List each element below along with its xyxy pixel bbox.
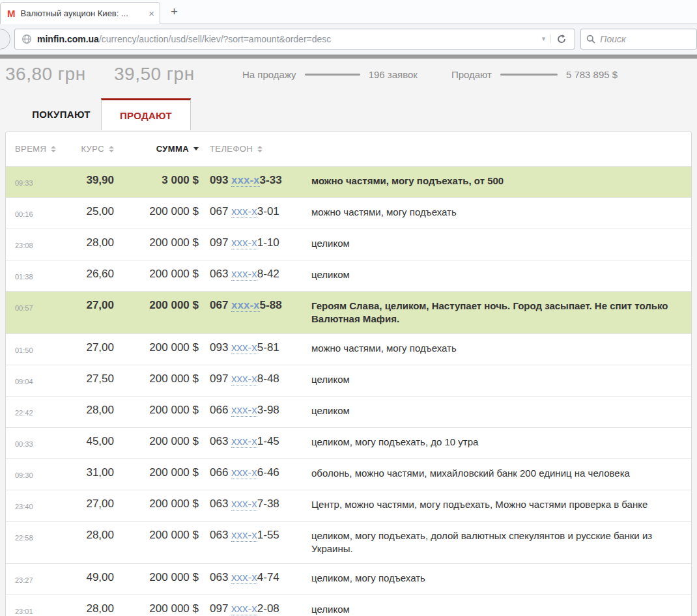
- phone-prefix: 067: [210, 299, 231, 311]
- on-sale-value: 196 заявок: [369, 69, 418, 80]
- table-row: 01:50 27,00 200 000 $ 093 xxx-x5-81 можн…: [6, 333, 691, 365]
- row-phone: 063 xxx-x7-38: [199, 497, 303, 511]
- row-time: 09:33: [15, 174, 54, 189]
- table-header-row: ВРЕМЯ КУРС СУММА ТЕЛЕФОН: [6, 132, 691, 166]
- row-time: 01:38: [15, 268, 54, 283]
- tab-close-icon[interactable]: ×: [149, 8, 154, 19]
- header-amount[interactable]: СУММА: [114, 144, 199, 154]
- search-input[interactable]: [600, 34, 691, 44]
- selling-line: [500, 74, 558, 76]
- phone-prefix: 063: [210, 529, 231, 541]
- browser-tab[interactable]: М Валютный аукцион Киев: ... ×: [0, 2, 160, 24]
- row-amount: 200 000 $: [114, 372, 199, 385]
- phone-masked-link[interactable]: xxx-x: [231, 435, 257, 448]
- row-time: 01:50: [15, 341, 54, 357]
- header-phone[interactable]: ТЕЛЕФОН: [199, 144, 303, 154]
- row-comment: целиком: [303, 372, 682, 386]
- row-phone: 063 xxx-x1-55: [199, 529, 303, 542]
- search-icon: [586, 35, 595, 44]
- phone-masked-link[interactable]: xxx-x: [231, 497, 257, 511]
- row-rate: 39,90: [54, 174, 114, 187]
- row-comment: можно частями, могу подъехать, от 500: [303, 174, 682, 188]
- phone-prefix: 063: [210, 268, 231, 280]
- phone-prefix: 093: [210, 341, 231, 354]
- row-phone: 063 xxx-x8-42: [199, 268, 303, 281]
- phone-masked-link[interactable]: xxx-x: [231, 174, 259, 187]
- row-time: 23:27: [15, 571, 54, 587]
- phone-masked-link[interactable]: xxx-x: [231, 529, 257, 542]
- row-amount: 200 000 $: [114, 299, 199, 312]
- search-box[interactable]: [580, 29, 697, 49]
- row-rate: 45,00: [54, 435, 114, 448]
- minfin-favicon: М: [7, 8, 16, 19]
- row-phone: 093 xxx-x5-81: [199, 341, 303, 354]
- row-time: 00:16: [15, 205, 54, 221]
- row-time: 09:04: [15, 372, 54, 388]
- url-bar[interactable]: minfin.com.ua/currency/auction/usd/sell/…: [14, 29, 575, 49]
- phone-suffix: 1-45: [257, 435, 279, 447]
- phone-masked-link[interactable]: xxx-x: [231, 236, 257, 249]
- row-phone: 097 xxx-x8-48: [199, 372, 303, 385]
- page-content: 36,80 грн 39,50 грн На продажу 196 заяво…: [0, 59, 697, 616]
- phone-masked-link[interactable]: xxx-x: [231, 372, 257, 385]
- row-rate: 28,00: [54, 529, 114, 542]
- table-row: 00:16 25,00 200 000 $ 067 xxx-x3-01 можн…: [6, 197, 691, 229]
- phone-suffix: 3-01: [257, 205, 279, 217]
- phone-masked-link[interactable]: xxx-x: [231, 268, 257, 281]
- header-rate[interactable]: КУРС: [54, 144, 114, 154]
- back-button[interactable]: [0, 29, 10, 49]
- url-dropdown-icon[interactable]: ▾: [537, 35, 552, 43]
- phone-prefix: 063: [210, 571, 231, 583]
- selling-value: 5 783 895 $: [566, 69, 618, 80]
- row-amount: 200 000 $: [114, 404, 199, 417]
- row-amount: 200 000 $: [114, 341, 199, 354]
- tab-buying[interactable]: ПОКУПАЮТ: [5, 98, 101, 130]
- table-row: 09:30 31,00 200 000 $ 066 xxx-x6-46 обол…: [6, 458, 691, 490]
- row-comment: целиком: [303, 268, 682, 281]
- header-amount-label: СУММА: [156, 144, 189, 154]
- phone-prefix: 066: [210, 404, 231, 416]
- table-row: 22:58 28,00 200 000 $ 063 xxx-x1-55 цели…: [6, 521, 691, 563]
- phone-masked-link[interactable]: xxx-x: [231, 404, 257, 417]
- row-comment: Центр, можно частями, могу подъехать, Мо…: [303, 497, 682, 511]
- url-text[interactable]: minfin.com.ua/currency/auction/usd/sell/…: [37, 34, 537, 44]
- row-time: 00:33: [15, 435, 54, 451]
- row-rate: 31,00: [54, 466, 114, 479]
- sort-icon: [257, 146, 263, 152]
- phone-prefix: 067: [210, 205, 231, 217]
- rates-summary: 36,80 грн 39,50 грн На продажу 196 заяво…: [5, 59, 692, 87]
- phone-masked-link[interactable]: xxx-x: [231, 466, 257, 479]
- row-phone: 063 xxx-x1-45: [199, 435, 303, 448]
- phone-prefix: 097: [210, 236, 231, 249]
- auction-table-body: 09:33 39,90 3 000 $ 093 xxx-x3-33 можно …: [6, 166, 691, 616]
- phone-suffix: 8-42: [257, 268, 279, 280]
- header-time[interactable]: ВРЕМЯ: [15, 144, 54, 154]
- row-amount: 200 000 $: [114, 602, 199, 615]
- new-tab-button[interactable]: +: [171, 5, 178, 18]
- row-comment: целиком: [303, 404, 682, 417]
- row-phone: 066 xxx-x3-98: [199, 404, 303, 417]
- url-host: minfin.com.ua: [37, 34, 99, 44]
- phone-masked-link[interactable]: xxx-x: [231, 341, 257, 354]
- table-row: 23:08 28,00 200 000 $ 097 xxx-x1-10 цели…: [6, 229, 691, 260]
- row-comment: целиком, могу подъехать, до 10 утра: [303, 435, 682, 449]
- phone-suffix: 7-38: [257, 497, 279, 510]
- header-time-label: ВРЕМЯ: [15, 144, 46, 154]
- phone-suffix: 4-74: [257, 571, 279, 583]
- reload-icon[interactable]: [551, 34, 572, 44]
- phone-suffix: 2-08: [257, 602, 279, 615]
- auction-table: ВРЕМЯ КУРС СУММА ТЕЛЕФОН 09:33 39,90 3 0…: [5, 131, 692, 616]
- phone-masked-link[interactable]: xxx-x: [231, 602, 257, 615]
- row-amount: 200 000 $: [114, 529, 199, 542]
- table-row: 23:40 27,00 200 000 $ 063 xxx-x7-38 Цент…: [6, 490, 691, 521]
- phone-masked-link[interactable]: xxx-x: [231, 299, 259, 312]
- phone-masked-link[interactable]: xxx-x: [231, 205, 257, 218]
- row-rate: 28,00: [54, 404, 114, 417]
- tab-selling[interactable]: ПРОДАЮТ: [101, 98, 191, 130]
- table-row: 01:38 26,60 200 000 $ 063 xxx-x8-42 цели…: [6, 260, 691, 291]
- phone-suffix: 1-55: [257, 529, 279, 541]
- phone-masked-link[interactable]: xxx-x: [231, 571, 257, 584]
- table-row: 00:57 27,00 200 000 $ 067 xxx-x5-88 Геро…: [6, 291, 691, 333]
- row-comment: Героям Слава, целиком, Наступает ночь. Г…: [303, 299, 682, 326]
- row-phone: 067 xxx-x3-01: [199, 205, 303, 218]
